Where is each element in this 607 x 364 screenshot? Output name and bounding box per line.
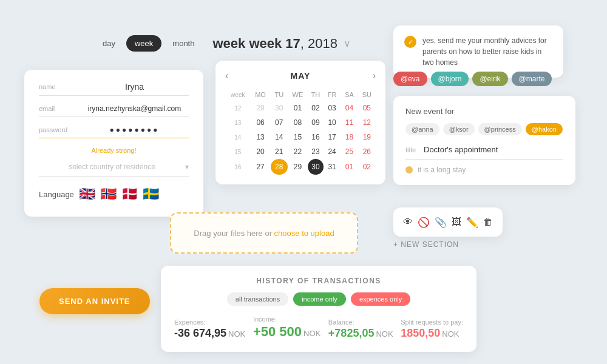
event-person-anna[interactable]: @anna [405, 123, 439, 135]
calendar-day[interactable]: 23 [308, 144, 324, 159]
notification-card: ✓ yes, send me your monthly advices for … [393, 25, 563, 78]
stat-value: +7825,05 [328, 327, 375, 339]
notification-text: yes, send me your monthly advices for pa… [422, 35, 552, 68]
image-icon[interactable]: 🖼 [452, 217, 461, 228]
flag-denmark[interactable]: 🇩🇰 [121, 186, 138, 202]
email-field: email iryna.nezhynska@gmail.com [39, 104, 189, 117]
calendar-day[interactable]: 26 [358, 144, 376, 159]
cal-prev-button[interactable]: ‹ [225, 70, 228, 81]
notification-row: ✓ yes, send me your monthly advices for … [404, 35, 552, 68]
calendar-day[interactable]: 17 [324, 130, 341, 144]
calendar-day[interactable]: 12 [358, 115, 376, 130]
stat-currency: NOK [442, 329, 459, 339]
flag-uk[interactable]: 🇬🇧 [79, 186, 95, 202]
calendar-day[interactable]: 13 [251, 130, 271, 144]
stat-block: Expences:-36 674,95NOK [174, 318, 245, 340]
event-people-row: @anna@ksor@princess@hakon [405, 123, 563, 135]
calendar-week-num: 15 [225, 144, 251, 159]
calendar-day[interactable]: 05 [358, 101, 376, 115]
calendar-header: ‹ MAY › [225, 70, 376, 81]
attach-icon[interactable]: 📎 [435, 217, 447, 228]
week-nav: day week month week week 17, 2018 ∨ [94, 35, 351, 52]
country-placeholder: select country of residence [39, 163, 185, 171]
cal-next-button[interactable]: › [373, 70, 376, 81]
calendar-day[interactable]: 21 [271, 144, 288, 159]
day-button[interactable]: day [94, 35, 124, 52]
calendar-day[interactable]: 27 [251, 159, 271, 175]
calendar-day[interactable]: 02 [358, 159, 376, 175]
calendar-day[interactable]: 29 [288, 159, 308, 175]
filter-filter-all[interactable]: all transactions [227, 292, 288, 306]
event-person-hakon[interactable]: @hakon [526, 123, 563, 135]
stat-value-row: -36 674,95NOK [174, 327, 245, 340]
calendar-day[interactable]: 20 [251, 144, 271, 159]
calendar-day[interactable]: 11 [341, 115, 358, 130]
calendar-day[interactable]: 30 [271, 101, 288, 115]
calendar-day[interactable]: 25 [341, 144, 358, 159]
filter-filter-income[interactable]: income only [293, 292, 346, 306]
new-event-card: New event for @anna@ksor@princess@hakon … [393, 96, 575, 185]
calendar-day[interactable]: 06 [251, 115, 271, 130]
event-person-ksor[interactable]: @ksor [443, 123, 475, 135]
calendar-day[interactable]: 03 [324, 101, 341, 115]
calendar-day[interactable]: 04 [341, 101, 358, 115]
country-select[interactable]: select country of residence ▾ [39, 163, 189, 177]
calendar-day[interactable]: 18 [341, 130, 358, 144]
password-value[interactable]: ●●●●●●●● [80, 126, 189, 134]
stat-label: Income: [253, 315, 320, 323]
tag-eirik[interactable]: @eirik [472, 72, 507, 86]
tag-marte[interactable]: @marte [512, 72, 552, 86]
calendar-day[interactable]: 10 [324, 115, 341, 130]
calendar-day[interactable]: 22 [288, 144, 308, 159]
calendar-day[interactable]: 19 [358, 130, 376, 144]
language-label: Language [39, 190, 74, 199]
calendar-week-num: 16 [225, 159, 251, 175]
calendar-day[interactable]: 07 [271, 115, 288, 130]
week-chevron-icon[interactable]: ∨ [344, 38, 351, 49]
calendar-card: ‹ MAY › week MO TU WE TH FR SA SU 122930… [215, 61, 385, 184]
name-value: Iryna [80, 82, 189, 92]
calendar-day[interactable]: 02 [308, 101, 324, 115]
calendar-day[interactable]: 28 [271, 159, 288, 175]
calendar-day[interactable]: 09 [308, 115, 324, 130]
calendar-day[interactable]: 15 [288, 130, 308, 144]
calendar-day[interactable]: 01 [341, 159, 358, 175]
calendar-day[interactable]: 01 [288, 101, 308, 115]
week-button[interactable]: week [126, 35, 161, 52]
name-label: name [39, 83, 80, 90]
edit-icon[interactable]: ✏️ [466, 217, 478, 228]
calendar-day[interactable]: 29 [251, 101, 271, 115]
calendar-day[interactable]: 31 [324, 159, 341, 175]
new-section-button[interactable]: + NEW SECTION [393, 240, 459, 249]
email-value: iryna.nezhynska@gmail.com [80, 104, 189, 113]
send-invite-button[interactable]: SEND AN INVITE [39, 288, 150, 314]
flag-norway[interactable]: 🇳🇴 [100, 186, 117, 202]
calendar-day[interactable]: 08 [288, 115, 308, 130]
event-for-title: New event for [405, 107, 563, 116]
event-title-value[interactable]: Doctor's appointment [424, 145, 563, 154]
transactions-title: HISTORY OF TRANSACTIONS [174, 277, 463, 285]
month-button[interactable]: month [164, 35, 203, 52]
calendar-month: MAY [291, 71, 311, 81]
filter-filter-expense[interactable]: expences only [351, 292, 410, 306]
cal-header-we: WE [288, 89, 308, 101]
tag-bjorn[interactable]: @bjorn [431, 72, 469, 86]
calendar-day[interactable]: 14 [271, 130, 288, 144]
view-icon[interactable]: 👁 [403, 217, 413, 228]
stat-value-row: +7825,05NOK [328, 327, 393, 340]
stat-value: +50 500 [253, 324, 302, 339]
cal-header-su: SU [358, 89, 376, 101]
stat-block: Balance:+7825,05NOK [328, 318, 393, 340]
calendar-day[interactable]: 30 [308, 159, 324, 175]
calendar-day[interactable]: 16 [308, 130, 324, 144]
event-person-princess[interactable]: @princess [478, 123, 522, 135]
flag-sweden[interactable]: 🇸🇪 [143, 186, 159, 202]
upload-link[interactable]: choose to upload [274, 229, 334, 238]
calendar-week-num: 14 [225, 130, 251, 144]
delete-icon[interactable]: 🗑 [483, 217, 493, 228]
tag-eva[interactable]: @eva [393, 72, 427, 86]
upload-card[interactable]: Drag your files here or choose to upload [170, 212, 358, 254]
calendar-day[interactable]: 24 [324, 144, 341, 159]
password-field: password ●●●●●●●● [39, 126, 189, 138]
hide-icon[interactable]: 🚫 [418, 217, 430, 228]
